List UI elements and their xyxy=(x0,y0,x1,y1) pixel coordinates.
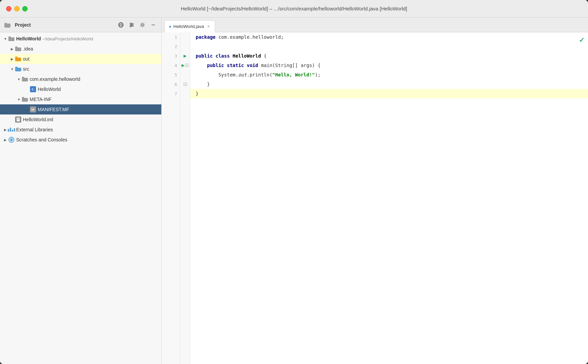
out-label: out xyxy=(23,56,29,62)
editor-area: ● HelloWorld.java ✕ 1 2 3 4 5 6 xyxy=(162,18,588,364)
gutter-cell-3[interactable]: ▶ xyxy=(180,51,190,61)
manifest-label: MANIFEST.MF xyxy=(38,107,69,112)
gutter-cell-4[interactable]: ▶ − xyxy=(180,61,190,70)
tab-close-button[interactable]: ✕ xyxy=(206,24,211,29)
expand-arrow-idea: ▶ xyxy=(9,46,15,52)
svg-point-11 xyxy=(141,24,143,26)
class-file-icon: C xyxy=(30,86,36,93)
code-editor[interactable]: 1 2 3 4 5 6 7 ▶ xyxy=(162,32,588,364)
tree-item-manifest[interactable]: ▶ MF MANIFEST.MF xyxy=(0,104,161,114)
svg-rect-25 xyxy=(17,118,20,122)
code-content[interactable]: package com.example.helloworld; public c… xyxy=(190,32,588,364)
close-button[interactable] xyxy=(6,6,11,11)
class-name: HelloWorld xyxy=(233,53,261,59)
svg-point-31 xyxy=(10,139,12,141)
keyword-package: package xyxy=(196,34,216,40)
tree-item-scratches[interactable]: ▶ i Scratches and Consoles xyxy=(0,135,161,145)
run-class-icon[interactable]: ▶ xyxy=(184,54,187,58)
tree-item-idea[interactable]: ▶ .idea xyxy=(0,44,161,54)
tree-item-helloworld-class[interactable]: ▶ C HelloWorld xyxy=(0,84,161,94)
root-label: HelloWorld xyxy=(16,36,41,41)
svg-rect-18 xyxy=(15,57,18,58)
scratches-icon: i xyxy=(8,136,15,143)
titlebar: HelloWorld [~/IdeaProjects/HelloWorld] –… xyxy=(0,0,588,18)
code-line-2 xyxy=(190,42,588,51)
expand-arrow-scratches: ▶ xyxy=(3,137,8,142)
code-line-6: } xyxy=(190,79,588,89)
main-window: HelloWorld [~/IdeaProjects/HelloWorld] –… xyxy=(0,0,588,364)
expand-arrow-src: ▼ xyxy=(9,66,15,72)
folder-gray-icon xyxy=(15,45,22,52)
tree-item-helloworld-root[interactable]: ▼ HelloWorld ~/IdeaProjects/HelloWorld xyxy=(0,34,161,44)
traffic-lights xyxy=(6,6,28,11)
keyword-class: class xyxy=(216,53,230,59)
code-line-3: public class HelloWorld { xyxy=(190,51,588,61)
line-4: 4 xyxy=(162,61,180,70)
gutter: ▶ ▶ − − xyxy=(180,32,190,364)
editor-wrapper: ● HelloWorld.java ✕ 1 2 3 4 5 6 xyxy=(162,18,588,364)
svg-point-9 xyxy=(132,24,133,26)
expand-arrow: ▼ xyxy=(3,36,8,41)
scratches-label: Scratches and Consoles xyxy=(16,137,67,142)
expand-arrow-out: ▶ xyxy=(9,56,15,62)
svg-text:i: i xyxy=(10,139,11,142)
minimize-button[interactable] xyxy=(14,6,20,11)
folder-orange-icon xyxy=(15,56,22,62)
sidebar-tree: ▼ HelloWorld ~/IdeaProjects/HelloWorld ▶ xyxy=(0,32,161,364)
keyword-static: static xyxy=(227,63,244,68)
src-label: src xyxy=(23,66,29,72)
svg-rect-1 xyxy=(4,23,7,24)
keyword-void: void xyxy=(247,63,258,68)
tab-helloworld-java[interactable]: ● HelloWorld.java ✕ xyxy=(164,20,215,32)
svg-rect-24 xyxy=(22,97,24,99)
folder-blue-icon xyxy=(15,66,22,72)
svg-point-10 xyxy=(130,26,131,27)
svg-rect-16 xyxy=(15,46,18,48)
svg-rect-22 xyxy=(22,77,24,78)
com-example-label: com.example.helloworld xyxy=(30,76,80,82)
earth-icon[interactable] xyxy=(117,21,125,29)
folder-icon xyxy=(8,35,15,42)
fold-brace-icon[interactable]: − xyxy=(184,82,187,86)
libraries-icon xyxy=(8,126,15,133)
out-method: out xyxy=(238,72,247,77)
minus-icon[interactable] xyxy=(149,21,157,29)
fold-method-icon[interactable]: − xyxy=(185,64,189,67)
expand-arrow-libs: ▶ xyxy=(3,127,8,132)
expand-arrow-meta: ▼ xyxy=(16,97,22,102)
sliders-icon[interactable] xyxy=(128,21,136,29)
editor-tabs: ● HelloWorld.java ✕ xyxy=(162,18,588,32)
tree-item-iml[interactable]: ▶ HelloWorld.iml xyxy=(0,114,161,125)
gutter-cell-7 xyxy=(180,89,190,98)
tree-item-com-example[interactable]: ▼ com.example.helloworld xyxy=(0,74,161,84)
keyword-public-2: public xyxy=(207,63,224,68)
svg-point-8 xyxy=(130,23,132,24)
window-title: HelloWorld [~/IdeaProjects/HelloWorld] –… xyxy=(181,6,407,11)
maximize-button[interactable] xyxy=(22,6,28,11)
helloworld-class-label: HelloWorld xyxy=(38,87,61,92)
gear-icon[interactable] xyxy=(138,21,146,29)
sidebar: Project ▼ xyxy=(0,18,162,364)
line-5: 5 xyxy=(162,70,180,79)
sidebar-title: Project xyxy=(15,22,114,28)
line-7: 7 xyxy=(162,89,180,98)
tree-item-src[interactable]: ▼ src xyxy=(0,64,161,74)
tree-item-out[interactable]: ▶ out xyxy=(0,54,161,64)
run-main-icon[interactable]: ▶ xyxy=(182,63,185,68)
iml-label: HelloWorld.iml xyxy=(23,117,53,122)
package-name: com.example.helloworld; xyxy=(216,34,284,40)
main-layout: Project ▼ xyxy=(0,18,588,364)
meta-folder-icon xyxy=(22,96,28,103)
string-literal: "Hello, World!" xyxy=(272,72,315,77)
code-line-1: package com.example.helloworld; xyxy=(190,32,588,42)
svg-rect-20 xyxy=(15,67,18,68)
validation-checkmark: ✓ xyxy=(579,36,585,44)
tab-label: HelloWorld.java xyxy=(173,24,204,29)
line-1: 1 xyxy=(162,32,180,42)
package-folder-icon xyxy=(22,76,28,82)
tree-item-meta-inf[interactable]: ▼ META-INF xyxy=(0,94,161,104)
root-path: ~/IdeaProjects/HelloWorld xyxy=(42,36,93,41)
manifest-file-icon: MF xyxy=(30,106,36,113)
tree-item-external-libs[interactable]: ▶ External Libraries xyxy=(0,125,161,135)
external-libs-label: External Libraries xyxy=(16,127,53,132)
